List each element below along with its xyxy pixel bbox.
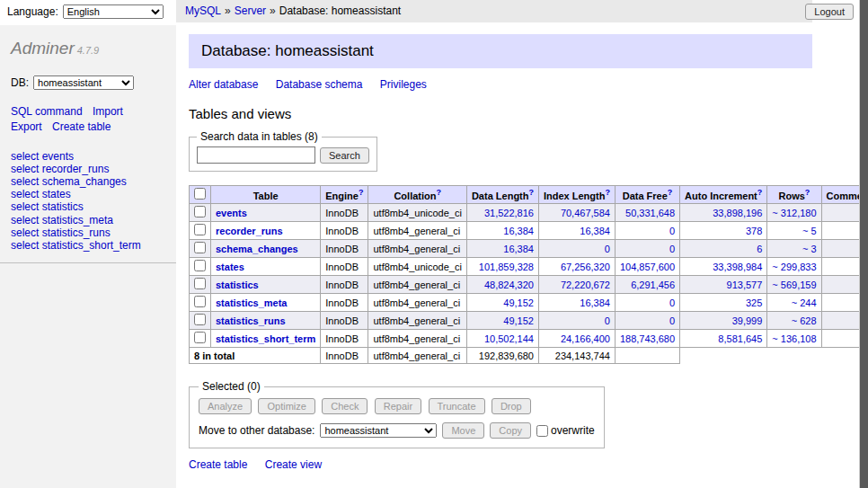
auto-increment-link[interactable]: 8,581,645 — [718, 333, 762, 344]
rows-count-link[interactable]: ~ 569,159 — [772, 279, 816, 290]
rows-count-link[interactable]: ~ 299,833 — [772, 262, 816, 272]
data-length-link[interactable]: 49,152 — [503, 297, 534, 308]
bulk-action-button[interactable]: Drop — [492, 398, 531, 414]
data-free-link[interactable]: 0 — [669, 244, 675, 254]
sidebar-action-link[interactable]: Export — [11, 120, 42, 133]
bulk-action-button[interactable]: Repair — [375, 398, 421, 414]
auto-increment-link[interactable]: 6 — [757, 244, 762, 254]
sidebar-action-link[interactable]: SQL command — [11, 105, 83, 118]
vertical-scrollbar[interactable] — [859, 0, 868, 488]
index-length-link[interactable]: 67,256,320 — [561, 262, 610, 272]
sidebar-action-link[interactable]: Import — [93, 105, 123, 118]
help-icon[interactable]: ? — [436, 188, 441, 197]
sidebar-table-link[interactable]: select recorder_runs — [11, 163, 109, 175]
rows-count-link[interactable]: ~ 312,180 — [772, 208, 816, 218]
index-length-link[interactable]: 0 — [605, 244, 610, 254]
data-free-link[interactable]: 188,743,680 — [620, 333, 675, 344]
auto-increment-link[interactable]: 39,999 — [732, 315, 763, 326]
move-db-select[interactable]: homeassistant — [320, 423, 437, 438]
index-length-link[interactable]: 24,166,400 — [561, 333, 610, 344]
auto-increment-link[interactable]: 33,398,984 — [713, 262, 762, 272]
data-length-link[interactable]: 16,384 — [503, 244, 534, 254]
index-length-link[interactable]: 16,384 — [580, 226, 610, 236]
auto-increment-link[interactable]: 913,577 — [727, 279, 763, 290]
rows-count-link[interactable]: ~ 628 — [792, 315, 817, 326]
data-free-link[interactable]: 0 — [669, 297, 675, 308]
auto-increment-link[interactable]: 378 — [746, 226, 762, 236]
table-name-link[interactable]: states — [216, 262, 244, 272]
data-length-link[interactable]: 16,384 — [503, 226, 534, 236]
nav-link[interactable]: Create view — [265, 458, 322, 471]
data-length-link[interactable]: 31,522,816 — [484, 208, 534, 218]
help-icon[interactable]: ? — [805, 188, 810, 197]
language-select[interactable]: English — [63, 4, 164, 19]
data-free-link[interactable]: 50,331,648 — [625, 208, 675, 218]
nav-link[interactable]: Alter database — [189, 78, 258, 91]
table-name-link[interactable]: statistics_meta — [216, 297, 288, 308]
table-name-link[interactable]: events — [216, 208, 247, 218]
row-select-checkbox[interactable] — [194, 332, 206, 343]
row-select-checkbox[interactable] — [194, 296, 206, 307]
rows-count-link[interactable]: ~ 5 — [802, 226, 817, 236]
sidebar-action-link[interactable]: Create table — [52, 120, 111, 133]
bulk-action-button[interactable]: Analyze — [199, 398, 252, 414]
rows-count-link[interactable]: ~ 3 — [802, 244, 817, 254]
table-name-link[interactable]: recorder_runs — [216, 226, 283, 236]
logout-button[interactable]: Logout — [805, 4, 854, 20]
nav-link[interactable]: Create table — [189, 458, 247, 471]
move-button[interactable]: Move — [442, 422, 484, 439]
help-icon[interactable]: ? — [757, 188, 763, 197]
help-icon[interactable]: ? — [528, 188, 534, 197]
row-select-checkbox[interactable] — [194, 278, 206, 289]
sidebar-table-link[interactable]: select statistics_runs — [11, 226, 111, 239]
row-select-checkbox[interactable] — [194, 206, 206, 217]
rows-count-link[interactable]: ~ 244 — [792, 297, 817, 308]
data-length-link[interactable]: 101,859,328 — [479, 262, 534, 272]
sidebar-table-link[interactable]: select events — [11, 150, 74, 163]
auto-increment-link[interactable]: 325 — [746, 297, 762, 308]
select-all-checkbox[interactable] — [194, 188, 206, 200]
table-name-link[interactable]: statistics_short_term — [216, 333, 315, 344]
nav-link[interactable]: Database schema — [276, 78, 363, 91]
index-length-link[interactable]: 70,467,584 — [561, 208, 610, 218]
data-free-link[interactable]: 0 — [669, 226, 675, 236]
nav-link[interactable]: Privileges — [380, 78, 427, 91]
data-free-link[interactable]: 6,291,456 — [631, 279, 675, 290]
index-length-link[interactable]: 72,220,672 — [561, 279, 610, 290]
row-select-checkbox[interactable] — [194, 314, 206, 325]
data-free-link[interactable]: 0 — [669, 315, 675, 326]
table-name-link[interactable]: statistics_runs — [216, 315, 286, 326]
data-length-link[interactable]: 10,502,144 — [484, 333, 534, 344]
data-length-link[interactable]: 49,152 — [503, 315, 534, 326]
sidebar-table-link[interactable]: select schema_changes — [11, 175, 127, 188]
data-length-link[interactable]: 48,824,320 — [484, 279, 534, 290]
index-length-link[interactable]: 16,384 — [580, 297, 610, 308]
search-input[interactable] — [197, 146, 315, 164]
sidebar-table-link[interactable]: select states — [11, 188, 71, 200]
bulk-action-button[interactable]: Optimize — [258, 398, 314, 414]
index-length-link[interactable]: 0 — [605, 315, 610, 326]
breadcrumb-link-server[interactable]: Server — [235, 4, 266, 17]
auto-increment-link[interactable]: 33,898,196 — [713, 208, 762, 218]
bulk-action-button[interactable]: Truncate — [429, 398, 485, 414]
copy-button[interactable]: Copy — [490, 422, 531, 439]
db-select[interactable]: homeassistant — [33, 75, 134, 90]
table-name-link[interactable]: statistics — [216, 279, 259, 290]
sidebar-table-link[interactable]: select statistics_short_term — [11, 239, 141, 252]
search-button[interactable]: Search — [320, 147, 369, 164]
data-free-link[interactable]: 104,857,600 — [620, 262, 675, 272]
help-icon[interactable]: ? — [359, 188, 364, 197]
sidebar-table-link[interactable]: select statistics — [11, 200, 84, 213]
sidebar-table-link[interactable]: select statistics_meta — [11, 214, 113, 226]
table-name-link[interactable]: schema_changes — [216, 244, 298, 254]
breadcrumb-link-mysql[interactable]: MySQL — [185, 4, 221, 17]
row-select-checkbox[interactable] — [194, 224, 206, 235]
overwrite-checkbox[interactable] — [536, 425, 548, 437]
help-icon[interactable]: ? — [605, 188, 610, 197]
scrollbar-thumb[interactable] — [859, 0, 868, 488]
rows-count-link[interactable]: ~ 136,108 — [772, 333, 816, 344]
bulk-action-button[interactable]: Check — [322, 398, 368, 414]
help-icon[interactable]: ? — [668, 188, 673, 197]
row-select-checkbox[interactable] — [194, 242, 206, 253]
row-select-checkbox[interactable] — [194, 260, 206, 271]
